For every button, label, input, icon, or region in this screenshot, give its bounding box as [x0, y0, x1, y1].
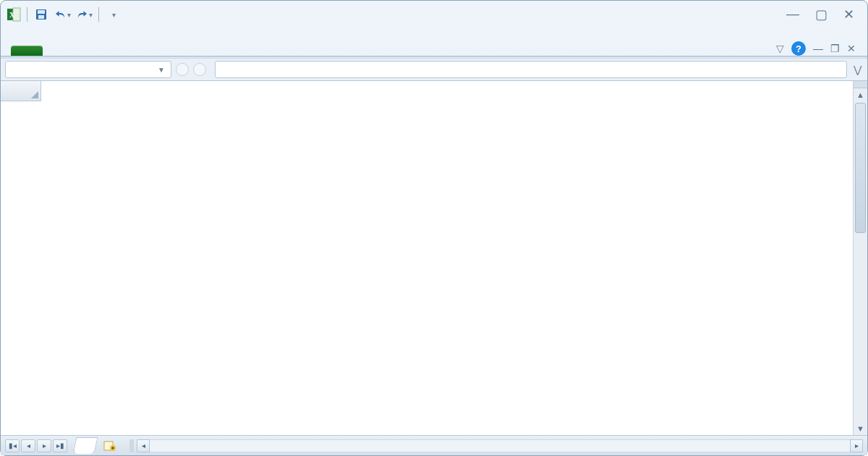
- quick-access-toolbar: X ▾ ▾ ▾: [7, 7, 121, 22]
- workbook-minimize-icon[interactable]: —: [813, 43, 823, 54]
- minimize-button[interactable]: —: [786, 7, 799, 22]
- tab-home[interactable]: [63, 46, 92, 56]
- app-window: X ▾ ▾ ▾ — ▢ ✕: [0, 0, 868, 456]
- separator: [27, 7, 27, 22]
- save-button[interactable]: [33, 7, 49, 22]
- separator: [98, 7, 99, 22]
- window-controls: — ▢ ✕: [786, 7, 861, 22]
- redo-button[interactable]: ▾: [77, 7, 93, 22]
- enter-formula-icon[interactable]: [193, 63, 206, 76]
- cancel-formula-icon[interactable]: [176, 63, 189, 76]
- scroll-left-icon[interactable]: ◂: [137, 439, 150, 452]
- tab-data[interactable]: [179, 46, 208, 56]
- scroll-thumb[interactable]: [855, 103, 866, 233]
- close-button[interactable]: ✕: [843, 7, 854, 22]
- split-handle[interactable]: [854, 81, 867, 88]
- formula-bar: ▼ ⋁: [1, 58, 867, 81]
- file-tab[interactable]: [11, 46, 43, 56]
- sheet-nav-prev[interactable]: ◂: [21, 439, 35, 452]
- tab-view[interactable]: [237, 46, 265, 56]
- sheet-nav-first[interactable]: ▮◂: [5, 439, 20, 452]
- select-all-corner[interactable]: [1, 81, 41, 101]
- scroll-down-icon[interactable]: ▼: [854, 422, 867, 435]
- ribbon: ▽ ? — ❐ ✕: [1, 28, 867, 56]
- workbook-restore-icon[interactable]: ❐: [830, 43, 840, 54]
- app-icon: X: [7, 7, 21, 22]
- undo-button[interactable]: ▾: [55, 7, 71, 22]
- title-bar: X ▾ ▾ ▾ — ▢ ✕: [1, 1, 867, 28]
- sheet-nav-last[interactable]: ▸▮: [53, 439, 67, 452]
- worksheet-grid[interactable]: ▲ ▼: [1, 81, 867, 435]
- formula-bar-expand-icon[interactable]: ⋁: [851, 64, 863, 75]
- workbook-close-icon[interactable]: ✕: [847, 43, 856, 54]
- name-box-dropdown-icon[interactable]: ▼: [158, 66, 165, 74]
- vertical-scrollbar[interactable]: ▲ ▼: [853, 81, 867, 435]
- row-headers: [1, 101, 41, 435]
- ribbon-minimize-icon[interactable]: ▽: [776, 43, 784, 54]
- sheet-tab-bar: ▮◂ ◂ ▸ ▸▮ ◂ ▸: [1, 435, 867, 455]
- name-box[interactable]: ▼: [5, 61, 171, 78]
- qat-customize[interactable]: ▾: [105, 7, 121, 22]
- svg-rect-5: [38, 15, 44, 19]
- sheet-nav-next[interactable]: ▸: [37, 439, 51, 452]
- tab-review[interactable]: [208, 46, 237, 56]
- sheet-tab-active[interactable]: [73, 437, 98, 454]
- svg-rect-4: [38, 10, 45, 14]
- new-sheet-icon[interactable]: [102, 439, 118, 452]
- scroll-right-icon[interactable]: ▸: [850, 439, 863, 452]
- tab-page-layout[interactable]: [121, 46, 150, 56]
- scroll-up-icon[interactable]: ▲: [854, 88, 867, 101]
- maximize-button[interactable]: ▢: [815, 7, 827, 22]
- horizontal-scrollbar[interactable]: ◂ ▸: [129, 439, 863, 452]
- tab-formulas[interactable]: [150, 46, 179, 56]
- cells-area[interactable]: [41, 101, 853, 435]
- formula-input[interactable]: [215, 61, 847, 78]
- svg-text:X: X: [9, 11, 15, 19]
- help-icon[interactable]: ?: [791, 41, 806, 56]
- tab-split-handle[interactable]: [129, 439, 134, 452]
- tab-insert[interactable]: [92, 46, 121, 56]
